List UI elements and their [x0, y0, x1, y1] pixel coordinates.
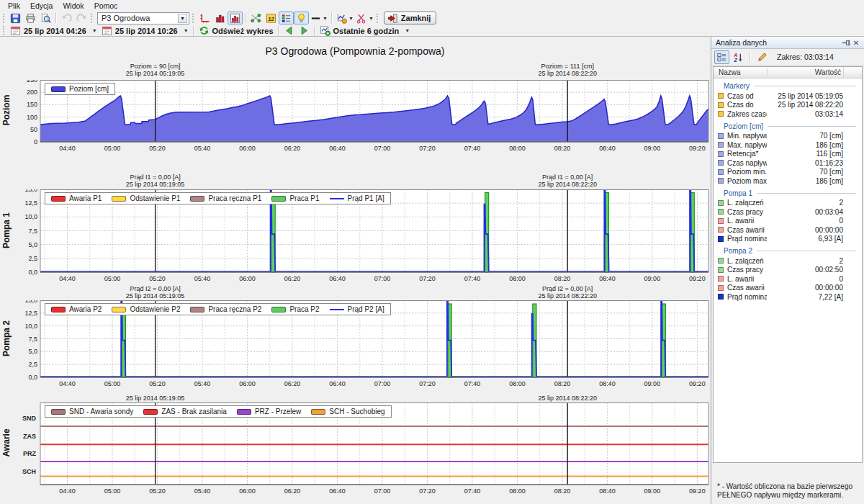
svg-text:07:40: 07:40	[464, 145, 481, 152]
row-color-swatch	[718, 276, 724, 282]
analysis-row[interactable]: Prąd nominalny6,93 [A]	[714, 235, 862, 244]
redo-button[interactable]	[74, 12, 89, 24]
svg-text:06:40: 06:40	[329, 145, 346, 152]
chart-scatter-button[interactable]	[248, 12, 264, 24]
analysis-row[interactable]: L. załączeń2	[714, 256, 862, 266]
analysis-row[interactable]: Czas do25 lip 2014 08:22:20	[714, 101, 862, 110]
svg-text:7,5: 7,5	[28, 336, 37, 343]
save-button[interactable]	[8, 12, 23, 24]
station-combobox[interactable]: P3 Ogrodowa ▼	[97, 12, 189, 24]
analysis-row[interactable]: Retencja*116 [cm]	[714, 150, 862, 159]
row-color-swatch	[718, 285, 724, 291]
legend-label: Odstawienie P1	[130, 194, 180, 202]
print-preview-button[interactable]	[38, 12, 53, 24]
row-value: 116 [cm]	[767, 150, 843, 158]
analysis-row[interactable]: Min. napływu*70 [cm]	[714, 132, 862, 141]
chart-axis-button[interactable]	[197, 12, 212, 24]
svg-text:250: 250	[27, 80, 37, 84]
legend-label: SND - Awaria sondy	[69, 408, 133, 415]
legend-swatch	[112, 196, 126, 202]
row-color-swatch	[718, 142, 724, 148]
row-value: 0	[767, 217, 843, 225]
toolbar-grip	[3, 14, 6, 23]
row-value: 00:03:04	[767, 208, 843, 216]
legend-entry: Awaria P2	[51, 305, 102, 313]
analysis-row[interactable]: L. awarii0	[714, 217, 862, 226]
svg-text:15,0: 15,0	[24, 189, 37, 193]
svg-text:15,0: 15,0	[24, 300, 37, 304]
sort-az-button[interactable]: AZ	[731, 50, 746, 64]
analysis-row[interactable]: Poziom min. w zakresie70 [cm]	[714, 168, 862, 177]
categorized-view-button[interactable]	[714, 50, 729, 64]
row-name: Zakres czasowy	[727, 110, 767, 118]
pin-panel-button[interactable]	[841, 38, 851, 48]
refresh-icon	[199, 25, 210, 36]
legend-toggle-button[interactable]	[279, 12, 294, 24]
refresh-chart-button[interactable]: Odśwież wykres	[197, 25, 276, 36]
print-icon	[25, 13, 36, 24]
undo-button[interactable]	[59, 12, 74, 24]
chart-export-button[interactable]: ▼	[335, 12, 355, 24]
analysis-row[interactable]: Prąd nominalny7,22 [A]	[714, 292, 862, 302]
line-style-button[interactable]: ▼	[309, 12, 329, 24]
row-color-swatch	[718, 93, 724, 99]
edit-markers-button[interactable]	[755, 50, 770, 64]
column-nazwa[interactable]: Nazwa	[714, 68, 767, 76]
toolbar-grip	[3, 26, 6, 35]
dropdown-caret-icon: ▼	[369, 16, 374, 21]
analysis-row[interactable]: Czas awarii00:00:00	[714, 284, 862, 293]
marker-annotation: Poziom = 90 [cm]25 lip 2014 05:19:05	[94, 63, 217, 77]
legend-swatch	[51, 196, 66, 202]
svg-text:08:40: 08:40	[599, 380, 616, 387]
nav-next-button[interactable]	[297, 24, 312, 37]
menu-plik[interactable]: Plik	[3, 1, 25, 11]
svg-text:07:00: 07:00	[374, 145, 391, 152]
analysis-panel-titlebar: Analiza danych ✕	[711, 37, 864, 49]
time-range-selector[interactable]: Ostatnie 6 godzin ▼	[318, 25, 413, 36]
svg-text:05:00: 05:00	[104, 487, 121, 495]
section-header: Pompa 1	[714, 188, 862, 199]
analysis-row[interactable]: Czas pracy00:03:04	[714, 207, 862, 217]
print-button[interactable]	[23, 12, 38, 24]
legend-entry: Praca P1	[271, 194, 319, 202]
date-to-picker[interactable]: 25 lip 2014 10:26 ▼	[99, 25, 191, 36]
chart-tools-button[interactable]: ▼	[355, 12, 375, 24]
analysis-row[interactable]: Czas awarii00:00:00	[714, 225, 862, 235]
date-from-picker[interactable]: 25 lip 2014 04:26 ▼	[8, 25, 99, 36]
analysis-row[interactable]: Max. napływu*186 [cm]	[714, 140, 862, 150]
analysis-row[interactable]: Czas od25 lip 2014 05:19:05	[714, 91, 862, 101]
nav-prev-button[interactable]	[282, 24, 297, 37]
calendar-12-button[interactable]: 12	[264, 12, 279, 24]
legend-swatch	[190, 307, 204, 312]
svg-text:04:40: 04:40	[59, 380, 76, 387]
close-panel-button[interactable]: ✕	[851, 38, 861, 48]
column-wartosc[interactable]: Wartość	[767, 68, 843, 76]
svg-text:A: A	[733, 52, 737, 57]
menu-pomoc[interactable]: Pomoc	[89, 1, 123, 11]
legend-swatch	[330, 309, 344, 310]
analysis-row[interactable]: Czas napływu*01:16:23	[714, 158, 862, 168]
svg-text:06:20: 06:20	[284, 275, 301, 282]
combobox-dropdown-icon[interactable]: ▼	[178, 14, 187, 23]
analysis-row[interactable]: L. awarii0	[714, 274, 862, 284]
chart-bars-button[interactable]	[212, 12, 228, 24]
chart-bars-frame-button[interactable]	[228, 12, 243, 24]
row-color-swatch	[718, 209, 724, 215]
analysis-row[interactable]: Zakres czasowy03:03:14	[714, 109, 862, 119]
hints-toggle-button[interactable]	[294, 12, 309, 24]
menu-edycja[interactable]: Edycja	[25, 1, 58, 11]
svg-text:07:40: 07:40	[464, 380, 481, 387]
separator	[193, 26, 194, 36]
svg-text:05:20: 05:20	[149, 380, 166, 387]
svg-text:0,0: 0,0	[28, 269, 37, 276]
zamknij-button[interactable]: Zamknij	[384, 12, 437, 24]
svg-text:06:20: 06:20	[284, 380, 301, 387]
analysis-row[interactable]: L. załączeń2	[714, 199, 862, 208]
menu-bar: Plik Edycja Widok Pomoc	[0, 0, 864, 11]
row-name: Retencja*	[727, 150, 767, 158]
row-name: Prąd nominalny	[727, 235, 767, 243]
row-color-swatch	[718, 267, 724, 273]
menu-widok[interactable]: Widok	[58, 1, 89, 11]
analysis-row[interactable]: Czas pracy00:02:50	[714, 266, 862, 275]
analysis-row[interactable]: Poziom max. w zakresie186 [cm]	[714, 176, 862, 186]
